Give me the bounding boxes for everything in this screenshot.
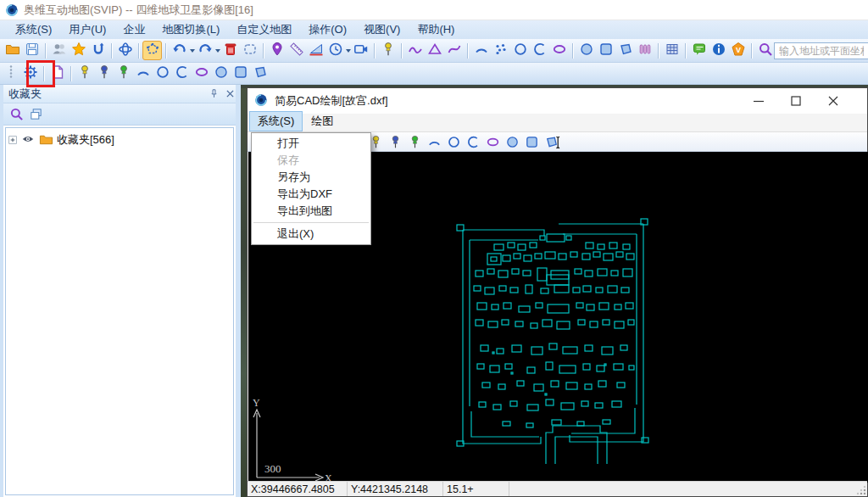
tool-handle-button[interactable] [1,64,20,83]
tool-circle-button[interactable] [510,41,530,60]
tool-rotate3d-button[interactable] [115,41,135,60]
menu-item-4[interactable]: 自定义地图 [228,20,300,39]
tool-table-button[interactable] [662,41,682,60]
tool-arc-c-button[interactable] [172,64,192,83]
cad-tool-circle-fill-button[interactable] [503,132,522,152]
tool-pushpin-blue-button[interactable] [94,64,114,83]
tool-star-button[interactable] [69,41,88,60]
arc-icon [136,64,151,83]
panel-scrollbar-strip[interactable] [236,85,241,497]
resize-grip[interactable] [856,485,866,495]
system-menu-item-6[interactable]: 退出(X) [252,226,370,243]
tool-pin-location-button[interactable] [267,41,287,60]
tool-circle-button[interactable] [153,64,172,83]
tool-square-fill-button[interactable] [596,41,615,60]
favorites-search-button[interactable] [7,104,26,124]
menu-item-7[interactable]: 帮助(H) [409,20,463,39]
svg-text:Y: Y [253,397,260,409]
separator [45,43,46,59]
menu-item-3[interactable]: 地图切换(L) [153,20,228,39]
star-icon [71,42,86,60]
search-input[interactable] [774,42,868,59]
tool-circle-fill-button[interactable] [211,64,231,83]
menu-item-6[interactable]: 视图(V) [355,20,409,39]
expand-plus-icon[interactable] [8,135,19,146]
maximize-button[interactable] [777,88,815,114]
system-menu-item-1: 保存 [252,152,370,169]
tool-triangle-button[interactable] [425,41,444,60]
tool-users-button[interactable] [49,41,69,60]
tool-dots-button[interactable] [491,41,510,60]
cad-tool-ellipse-button[interactable] [483,132,503,152]
cad-tool-square-fill-button[interactable] [522,132,542,152]
map-sliver-vertical [241,85,247,497]
tool-ellipse-button[interactable] [192,64,211,83]
system-menu-item-3[interactable]: 导出为DXF [252,186,370,203]
system-menu-item-4[interactable]: 导出到地图 [252,203,370,220]
tool-wave-button[interactable] [405,41,425,60]
tool-folder-button[interactable] [3,41,22,60]
tool-undo-button[interactable] [170,41,189,60]
menu-item-2[interactable]: 企业 [114,20,153,39]
cad-tool-arc-button[interactable] [425,132,444,152]
circle-fill-icon [214,64,229,83]
cad-tool-circle-button[interactable] [444,132,464,152]
menu-item-1[interactable]: 用户(U) [60,20,114,39]
tool-select-polygon-button[interactable] [142,41,162,60]
tool-square-fill-button[interactable] [231,64,250,83]
tool-polygon-fill-button[interactable] [615,41,635,60]
cad-titlebar[interactable]: 简易CAD绘制[故宫.dxf] [248,88,867,114]
tool-arc-button[interactable] [133,64,153,83]
menu-item-5[interactable]: 操作(O) [300,20,355,39]
tool-ellipse-button[interactable] [549,41,569,60]
ellipse-icon [194,64,209,83]
tool-search-button[interactable] [755,41,775,60]
tool-route-button[interactable] [88,41,108,60]
tool-columns-button[interactable] [635,41,654,60]
tool-info-button[interactable] [709,41,728,60]
tool-redo-button[interactable] [195,41,214,60]
tool-pushpin-yellow-button[interactable] [75,64,94,83]
close-button[interactable] [815,88,852,114]
triangle-icon [427,42,442,60]
marquee-icon [242,42,258,60]
separator [70,66,71,81]
tool-arc-button[interactable] [471,41,491,60]
application-window: 奥维互动地图(SVIP) -- 四维地球卫星影像图[16] 系统(S)用户(U)… [0,0,868,497]
minimize-button[interactable] [740,88,777,114]
tool-area-button[interactable] [306,41,326,60]
cad-menu-item-1[interactable]: 绘图 [303,111,342,131]
tool-pushpin-green-button[interactable] [114,64,133,83]
cad-tool-pushpin-green-button[interactable] [405,132,425,152]
users-icon [52,42,67,60]
tool-clock-button[interactable] [326,41,345,60]
tool-marquee-button[interactable] [240,41,259,60]
tool-ruler-button[interactable] [287,41,306,60]
system-menu-item-0[interactable]: 打开 [252,135,370,152]
tool-polygon-fill-button[interactable] [250,64,270,83]
arc-icon [474,42,489,60]
tool-v-badge-button[interactable]: V [728,41,748,60]
cad-menu-item-0[interactable]: 系统(S) [249,111,303,131]
svg-text:300: 300 [264,462,281,475]
visibility-eye-icon[interactable] [21,132,36,148]
tool-circle-fill-button[interactable] [576,41,596,60]
panel-pin-icon[interactable] [209,88,220,99]
menu-item-0[interactable]: 系统(S) [7,20,60,39]
chat-icon [692,42,707,60]
favorites-layers-button[interactable] [26,104,46,124]
cad-tool-pushpin-blue-button[interactable] [386,132,405,152]
cad-tool-arc-c-button[interactable] [464,132,483,152]
cad-statusbar: X:39446667.4805 Y:4421345.2148 15.1+ [248,481,867,496]
tool-arc-c-button[interactable] [530,41,549,60]
tool-curve-button[interactable] [444,41,464,60]
tool-camera-button[interactable] [351,41,370,60]
tool-pushpin-yellow-button[interactable] [378,41,398,60]
system-menu-item-2[interactable]: 另存为 [252,169,370,186]
panel-close-icon[interactable] [225,88,236,99]
annotation-red-box [26,60,55,87]
tree-item-favorites[interactable]: 收藏夹[566] [8,131,231,148]
tool-trash-button[interactable] [220,41,240,60]
tool-save-button[interactable] [22,41,42,60]
tool-chat-button[interactable] [689,41,709,60]
